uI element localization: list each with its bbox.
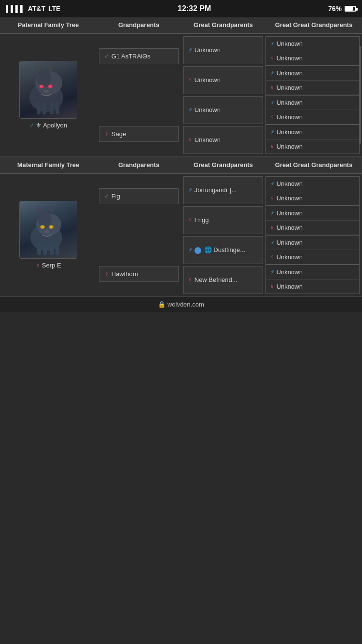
mggp1-gender: ♂ [188,186,193,194]
svg-point-23 [44,230,49,233]
ggp4-gender: ♀ [188,136,193,143]
maternal-subject-label: Serp E [42,262,61,269]
gp2-name: Sage [111,130,126,138]
svg-rect-27 [56,243,59,255]
svg-marker-17 [36,205,43,212]
paternal-subject-name: ♂ ⚜ Apollyon [29,122,67,129]
maternal-gggp-pair-4: ♂ Unknown ♀ Unknown [265,265,360,294]
maternal-gggp-1m[interactable]: ♂ Unknown [266,177,359,191]
maternal-gp-bottom: ♀ Hawthorn [99,236,179,287]
maternal-avatar[interactable] [19,201,77,259]
col-header-great-great-gp-2: Great Great Grandparents [265,161,362,169]
svg-rect-26 [50,243,54,255]
paternal-ggp-1[interactable]: ♂ Unknown [183,36,263,64]
mggp3-name-globe [195,246,202,254]
maternal-header-row: Maternal Family Tree Grandparents Great … [0,157,362,174]
maternal-ggp-4[interactable]: ♀ New Befriend... [183,266,263,294]
footer-url: wolvden.com [167,301,204,308]
paternal-gggp-pair-3: ♂ Unknown ♀ Unknown [265,95,360,125]
mggp3-name: 🌐 Dustfinge... [204,246,245,253]
paternal-avatar[interactable] [19,61,77,119]
maternal-gggp-pair-3: ♂ Unknown ♀ Unknown [265,235,360,265]
mggp3-gender: ♂ [188,246,193,253]
maternal-subject-col: ♀ Serp E [0,174,97,296]
maternal-ggp-col: ♂ Jörtungandr [... ♀ Frigg ♂ 🌐 Dustfinge… [181,174,265,296]
maternal-gggp-4m[interactable]: ♂ Unknown [266,265,359,279]
paternal-ggp-4[interactable]: ♀ Unknown [183,126,263,154]
paternal-gggp-pair-4: ♂ Unknown ♀ Unknown [265,125,360,154]
paternal-gggp-col: ♂ Unknown ♀ Unknown ♂ Unknown ♀ Unknown … [265,34,362,156]
ggp2-name: Unknown [195,76,221,84]
mggp4-name: New Befriend... [195,276,237,283]
paternal-ggp-3[interactable]: ♂ Unknown [183,96,263,124]
ggp3-gender: ♂ [188,106,193,113]
svg-rect-10 [37,102,41,114]
col-header-great-great-gp-1: Great Great Grandparents [265,21,362,29]
status-bar: ▌▌▌▌ AT&T LTE 12:32 PM 76% [0,0,362,17]
mgp1-gender: ♂ [104,193,109,200]
time-display: 12:32 PM [178,4,211,13]
ggp3-name: Unknown [195,106,221,113]
maternal-gggp-2m[interactable]: ♂ Unknown [266,206,359,220]
paternal-gggp-4m[interactable]: ♂ Unknown [266,125,359,139]
battery-icon [345,6,356,12]
paternal-gp-bottom: ♀ Sage [99,96,179,147]
maternal-ggp-1[interactable]: ♂ Jörtungandr [... [183,176,263,204]
svg-point-8 [49,85,52,88]
battery-label: 76% [328,5,342,13]
paternal-gp-1[interactable]: ♂ G1 AsTRAiΘs [99,48,179,64]
globe-icon [195,247,201,254]
col-header-great-gp-1: Great Grandparents [181,21,265,29]
paternal-header-row: Paternal Family Tree Grandparents Great … [0,17,362,34]
signal-icon: ▌▌▌▌ [6,5,25,13]
svg-marker-18 [47,205,54,212]
paternal-gggp-2f[interactable]: ♀ Unknown [266,80,359,95]
paternal-subject-gender: ♂ [29,122,34,129]
maternal-gp-1[interactable]: ♂ Fig [99,188,179,204]
mgp2-gender: ♀ [104,270,109,278]
paternal-ggp-2[interactable]: ♀ Unknown [183,66,263,94]
footer: 🔒 wolvden.com [0,296,362,312]
maternal-gggp-3m[interactable]: ♂ Unknown [266,236,359,250]
maternal-subject-name: ♀ Serp E [35,262,61,269]
mggp2-gender: ♀ [188,216,193,224]
svg-rect-13 [56,102,59,114]
svg-point-22 [50,226,53,228]
paternal-gggp-2m[interactable]: ♂ Unknown [266,66,359,80]
paternal-gggp-1f[interactable]: ♀ Unknown [266,51,359,65]
svg-point-16 [38,211,52,228]
svg-point-7 [40,85,43,88]
mgp1-name: Fig [111,193,120,200]
col-header-grandparents-2: Grandparents [97,161,181,169]
maternal-gggp-1f[interactable]: ♀ Unknown [266,191,359,205]
mgp2-name: Hawthorn [111,270,139,278]
paternal-gggp-4f[interactable]: ♀ Unknown [266,139,359,154]
mggp2-name: Frigg [195,216,209,224]
gp2-gender-icon: ♀ [104,130,109,138]
paternal-gggp-3m[interactable]: ♂ Unknown [266,96,359,110]
col-header-grandparents-1: Grandparents [97,21,181,29]
svg-marker-3 [34,64,42,71]
paternal-gp-2[interactable]: ♀ Sage [99,126,179,142]
maternal-ggp-3[interactable]: ♂ 🌐 Dustfinge... [183,236,263,264]
gp1-name: G1 AsTRAiΘs [111,53,151,60]
maternal-gp-2[interactable]: ♀ Hawthorn [99,266,179,282]
maternal-ggp-2[interactable]: ♀ Frigg [183,206,263,234]
paternal-gggp-1m[interactable]: ♂ Unknown [266,37,359,51]
col-header-maternal: Maternal Family Tree [0,161,97,169]
col-header-paternal: Paternal Family Tree [0,21,97,29]
paternal-ggp-col: ♂ Unknown ♀ Unknown ♂ Unknown ♀ Unknown [181,34,265,156]
maternal-gggp-2f[interactable]: ♀ Unknown [266,220,359,235]
scrollbar[interactable] [359,46,361,144]
lock-icon: 🔒 [158,301,166,308]
paternal-gp-col: ♂ G1 AsTRAiΘs ♀ Sage [97,34,181,156]
carrier-label: AT&T [28,5,45,13]
maternal-gggp-3f[interactable]: ♀ Unknown [266,250,359,264]
gp1-gender-icon: ♂ [104,53,109,60]
maternal-gggp-4f[interactable]: ♀ Unknown [266,279,359,294]
mggp1-name: Jörtungandr [... [195,186,237,194]
paternal-subject-col: ♂ ⚜ Apollyon [0,34,97,156]
paternal-wolf-image [20,61,77,118]
paternal-subject-label: ⚜ Apollyon [36,122,67,129]
paternal-gggp-3f[interactable]: ♀ Unknown [266,110,359,124]
